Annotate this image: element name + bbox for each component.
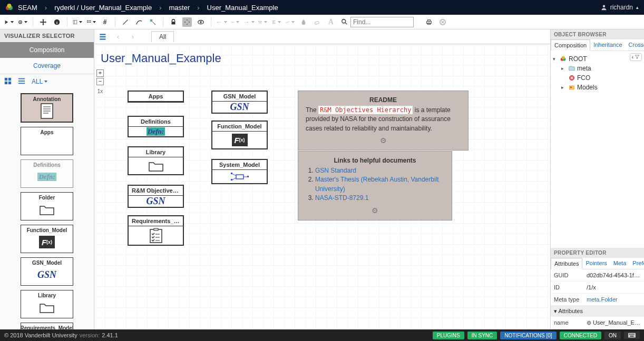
tree-models[interactable]: ▸Models [561, 83, 642, 92]
readme-panel[interactable]: README The R&M Objectives Hierarchy is a… [298, 91, 469, 151]
forward-icon[interactable]: → [244, 17, 253, 27]
link[interactable]: GSN Standard [315, 167, 356, 174]
pe-tab-preferences[interactable]: Preferences [629, 258, 644, 269]
prop-row-guid[interactable]: GUIDd02db74d-4543-1f8… [551, 269, 644, 282]
user-name: richardn [610, 4, 633, 11]
palette-item-annotation[interactable]: Annotation [21, 93, 73, 123]
canvas[interactable]: User_Manual_Example + − 1x AppsDefinitio… [94, 44, 550, 329]
eye-icon[interactable] [196, 17, 206, 27]
canvas-box-r-m-objectives-hier-[interactable]: R&M Objectives Hier…GSN [128, 185, 184, 208]
record-button[interactable] [18, 17, 27, 27]
search-input[interactable] [350, 17, 414, 27]
text-color-icon[interactable]: A [326, 17, 336, 27]
badge-connected[interactable]: CONNECTED [560, 332, 601, 339]
list-view-icon[interactable] [18, 77, 26, 86]
prop-row-meta-type[interactable]: Meta typemeta.Folder [551, 294, 644, 306]
canvas-box-gsn-model[interactable]: GSN_ModelGSN [211, 91, 268, 114]
vs-item-coverage[interactable]: Coverage [0, 58, 94, 74]
grid-icon[interactable] [86, 17, 96, 27]
gear-icon[interactable]: ⚙ [306, 136, 461, 145]
prop-section[interactable]: ▾ Attributes [551, 306, 644, 317]
back-icon[interactable]: ← [217, 17, 226, 27]
nav-prev-icon[interactable]: ‹ [113, 32, 123, 42]
nav-next-icon[interactable]: › [128, 32, 138, 42]
canvas-box-function-model[interactable]: Function_ModelF(x) [211, 121, 268, 149]
palette-item-definitions[interactable]: DefinitionsDefn: [21, 159, 73, 188]
layout-icon[interactable] [73, 17, 82, 27]
move-icon[interactable] [38, 17, 48, 27]
route-icon[interactable] [148, 17, 158, 27]
readme-body: The R&M Objectives Hierarchy is a templa… [306, 106, 461, 133]
tree-label: Models [577, 84, 598, 91]
bc-project[interactable]: ryderkl / User_Manual_Example [54, 4, 152, 12]
readme-title: README [306, 96, 461, 104]
zoom-in-button[interactable]: + [96, 69, 104, 77]
pe-tab-meta[interactable]: Meta [610, 258, 629, 269]
pe-tab-pointers[interactable]: Pointers [582, 258, 610, 269]
grid-view-icon[interactable] [4, 77, 13, 86]
badge-notifications-0-[interactable]: NOTIFICATIONS [0] [500, 332, 556, 339]
zoom-out-button[interactable]: − [96, 78, 104, 85]
prop-attr-name[interactable]: name⊚ User_Manual_Examp [551, 317, 644, 329]
palette-item-apps[interactable]: Apps [21, 127, 73, 155]
snap-icon[interactable] [182, 17, 192, 27]
palette-item-gsn_model[interactable]: GSN_ModelGSN [21, 257, 73, 286]
canvas-box-library[interactable]: Library [128, 146, 184, 175]
canvas-box-requirements-model[interactable]: Requirements_Model [128, 215, 184, 246]
prop-row-id[interactable]: ID/1/x [551, 282, 644, 294]
ob-tab-composition[interactable]: Composition [551, 39, 590, 51]
cancel-icon[interactable] [438, 17, 447, 27]
svg-rect-60 [236, 175, 243, 179]
play-button[interactable] [4, 17, 14, 27]
keyboard-icon[interactable] [624, 332, 640, 339]
tree-meta[interactable]: ▸meta [561, 64, 642, 73]
lock-icon[interactable] [169, 17, 178, 27]
info-icon[interactable]: i [52, 17, 62, 27]
ob-tab-crosscut[interactable]: Crosscut [626, 39, 644, 51]
app-header: SEAM › ryderkl / User_Manual_Example › m… [0, 0, 644, 15]
tab-list-icon[interactable] [99, 32, 108, 42]
canvas-box-system-model[interactable]: System_Model [211, 159, 268, 184]
badge-in-sync[interactable]: IN SYNC [467, 332, 497, 339]
vs-item-composition[interactable]: Composition [0, 42, 94, 58]
hash-icon[interactable]: # [100, 17, 110, 27]
palette-item-library[interactable]: Library [21, 290, 73, 318]
tune-icon[interactable] [258, 17, 267, 27]
tab-all[interactable]: All [151, 31, 174, 42]
box-title: R&M Objectives Hier… [129, 186, 183, 196]
badge-plugins[interactable]: PLUGINS [433, 332, 464, 339]
curve-icon[interactable] [134, 17, 144, 27]
palette-item-folder[interactable]: Folder [21, 192, 73, 220]
bc-node[interactable]: User_Manual_Example [207, 4, 278, 12]
print-icon[interactable] [424, 17, 434, 27]
line-icon[interactable] [121, 17, 130, 27]
chart-icon[interactable] [285, 17, 295, 27]
gear-icon[interactable]: ⚙ [306, 206, 444, 215]
tree-filter-button[interactable]: ‹ [630, 53, 642, 61]
bc-branch[interactable]: master [169, 4, 190, 12]
palette-label: Apps [41, 129, 54, 135]
palette-filter-all[interactable]: ALL [32, 78, 47, 85]
palette-item-function_model[interactable]: Function_ModelF(x) [21, 225, 73, 253]
links-panel[interactable]: Links to helpful documents GSN StandardM… [298, 151, 452, 220]
link[interactable]: NASA-STD-8729.1 [315, 194, 368, 202]
tree-root[interactable]: ▾ROOT [553, 54, 642, 64]
bc-app[interactable]: SEAM [18, 4, 37, 12]
canvas-box-apps[interactable]: Apps [128, 91, 184, 103]
prop-value: ⊚ User_Manual_Examp [583, 317, 644, 329]
canvas-box-definitions[interactable]: DefinitionsDefn: [128, 116, 184, 137]
erase-icon[interactable] [313, 17, 322, 27]
palette-label: Requirements_Model [20, 325, 73, 329]
prop-section-label: Attributes [558, 308, 582, 314]
footer-toggle[interactable]: ON [604, 332, 621, 339]
drop-icon[interactable] [299, 17, 308, 27]
user-menu[interactable]: richardn ▴ [601, 4, 639, 11]
tree-fco[interactable]: FCO [561, 73, 642, 83]
link[interactable]: Master's Thesis (Rebekah Austin, Vanderb… [315, 176, 439, 192]
align-icon[interactable] [271, 17, 281, 27]
pe-tab-attributes[interactable]: Attributes [551, 258, 582, 269]
svg-point-21 [200, 21, 202, 23]
ob-tab-inheritance[interactable]: Inheritance [590, 39, 625, 51]
palette-item-requirements_model[interactable]: Requirements_Model [21, 323, 73, 329]
minus-icon[interactable]: − [230, 17, 240, 27]
